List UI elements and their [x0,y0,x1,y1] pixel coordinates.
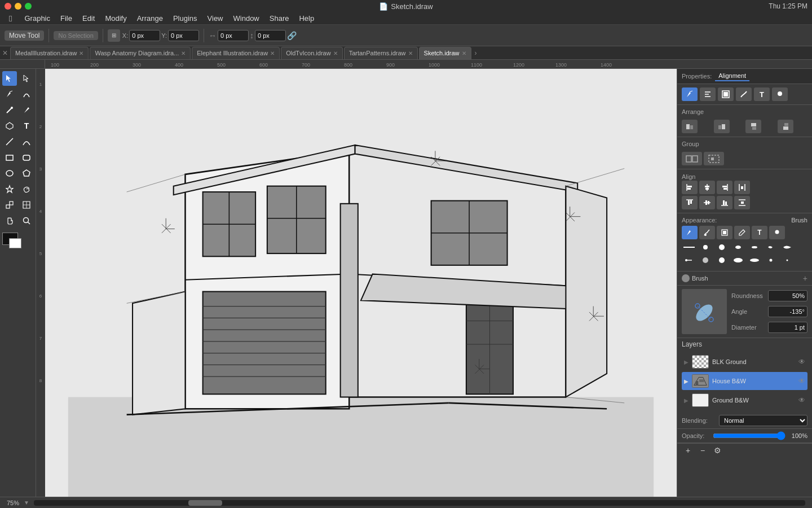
traffic-lights[interactable] [5,3,32,10]
tab-medal[interactable]: MedalIllustration.idraw ✕ [10,47,89,59]
y-input[interactable] [168,30,199,41]
apple-menu[interactable]:  [5,12,16,24]
menu-file[interactable]: File [56,13,77,24]
layer-eye-house[interactable]: 👁 [798,377,805,385]
align-left[interactable] [682,181,698,194]
hand-tool[interactable] [2,213,17,228]
h-input[interactable] [255,30,286,41]
brush-teardrop[interactable] [764,242,778,253]
brush-shadow-icon[interactable] [769,226,785,239]
select-tool[interactable] [2,71,17,86]
menu-modify[interactable]: Modify [100,13,131,24]
align-right[interactable] [717,181,732,194]
align-distribute-h[interactable] [734,181,750,194]
background-color[interactable] [9,238,21,248]
panel-icon-align[interactable] [700,87,716,101]
ellipse-tool[interactable] [2,166,17,181]
zoom-value[interactable]: 75% [5,500,21,506]
roundness-input[interactable] [768,290,807,301]
menu-window[interactable]: Window [229,13,264,24]
layer-expand-house[interactable]: ▶ [684,378,689,384]
panel-tab-alignment[interactable]: Alignment [715,71,749,81]
menu-plugins[interactable]: Plugins [169,13,202,24]
line-tool[interactable] [2,134,17,149]
tab-prev[interactable]: ✕ [2,49,8,57]
tab-oldtv[interactable]: OldTvIcon.idraw ✕ [281,47,342,59]
brush-erase-icon[interactable] [734,226,750,239]
zoom-tool[interactable] [19,213,34,228]
brush-dot-small[interactable] [764,255,778,266]
zoom-dropdown-icon[interactable]: ▼ [24,500,29,506]
layer-eye-blk[interactable]: 👁 [798,358,805,366]
blending-select[interactable]: Normal Multiply Screen Overlay [719,415,807,426]
minimize-button[interactable] [15,3,21,10]
tab-sketch-close[interactable]: ✕ [462,50,466,56]
opacity-slider[interactable] [713,431,785,440]
group-btn-1[interactable] [682,152,702,165]
brush-wide-oval[interactable] [731,255,745,266]
tab-elephant-close[interactable]: ✕ [270,50,275,56]
brush-oval[interactable] [731,242,745,253]
align-top[interactable] [682,196,698,209]
pencil-tool[interactable] [19,103,34,117]
panel-icon-shadow[interactable] [772,87,788,101]
menu-edit[interactable]: Edit [78,13,99,24]
group-btn-2[interactable] [704,152,724,165]
tab-tartan-close[interactable]: ✕ [408,50,413,56]
rounded-rect-tool[interactable] [19,150,34,165]
pen-tool[interactable] [2,87,17,102]
tab-sketch[interactable]: Sketch.idraw ✕ [419,47,471,59]
brush-pen-tip[interactable] [682,255,696,266]
menu-graphic[interactable]: Graphic [20,13,55,24]
arrange-btn-2[interactable] [714,120,730,133]
align-distribute-v[interactable] [734,196,750,209]
scroll-bar-h[interactable] [34,500,805,506]
arc-tool[interactable] [19,134,34,149]
spiral-tool[interactable] [19,182,34,196]
layer-house-bw[interactable]: ▶ House B&W 👁 [682,372,807,390]
brush-soft-1[interactable] [698,255,713,266]
panel-icon-fill[interactable] [718,87,734,101]
brush-fill-icon[interactable] [717,226,732,239]
shape-tool[interactable] [2,198,17,212]
brush-dot-2[interactable] [714,242,729,253]
align-bottom[interactable] [717,196,732,209]
layer-ground-bw[interactable]: ▶ Ground B&W 👁 [682,391,807,409]
x-input[interactable] [129,30,160,41]
panel-icon-stroke[interactable] [736,87,752,101]
canvas-area[interactable] [45,69,677,497]
layer-expand-ground[interactable]: ▶ [684,397,689,404]
polygon-tool[interactable] [19,166,34,181]
transform-tool[interactable] [19,198,34,212]
tab-more[interactable]: › [475,49,477,57]
menu-view[interactable]: View [203,13,228,24]
brush-soft-2[interactable] [714,255,729,266]
brush-dot-1[interactable] [698,242,713,253]
brush-brush-icon[interactable] [699,226,715,239]
direct-select-tool[interactable] [19,71,34,86]
scroll-thumb-h[interactable] [188,500,222,506]
arrange-btn-1[interactable] [682,120,698,133]
angle-input[interactable] [768,306,807,317]
panel-icon-pen[interactable] [682,87,698,101]
brush-add-btn[interactable]: + [803,274,807,283]
tab-wasp-close[interactable]: ✕ [181,50,186,56]
arrange-btn-4[interactable] [778,120,793,133]
brush-tool[interactable] [2,103,17,117]
layer-expand-blk[interactable]: ▶ [684,359,689,365]
brush-feather[interactable] [780,242,795,253]
w-input[interactable] [218,30,249,41]
tab-oldtv-close[interactable]: ✕ [333,50,338,56]
brush-oval-2[interactable] [747,242,762,253]
layer-eye-ground[interactable]: 👁 [798,396,805,404]
tab-elephant[interactable]: Elephant Illustration.idraw ✕ [192,47,280,59]
arrange-btn-3[interactable] [745,120,761,133]
brush-wide-oval-2[interactable] [747,255,762,266]
bezier-tool[interactable] [19,87,34,102]
text-tool[interactable]: T [19,119,34,133]
tab-medal-close[interactable]: ✕ [79,50,83,56]
layer-settings-btn[interactable]: ⚙ [711,445,723,456]
rect-tool[interactable] [2,150,17,165]
align-center-h[interactable] [699,181,715,194]
brush-dash[interactable] [682,242,696,253]
